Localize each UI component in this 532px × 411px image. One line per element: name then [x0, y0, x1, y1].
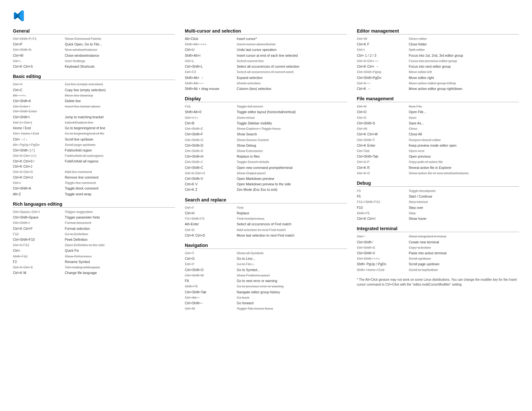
section-integrated-terminal: Integrated terminal Ctrl+`Show integrate… [357, 226, 519, 273]
shortcut-key: Ctrl+Shift+P, F1 [13, 36, 63, 41]
shortcut-desc: Replace in files [237, 154, 347, 159]
table-row: Ctrl+TabOpen next [357, 148, 519, 154]
table-row: Shift+Alt+IInsert cursor at end of each … [185, 53, 347, 58]
shortcut-key: Ctrl+K Ctrl+H [185, 171, 235, 176]
table-row: Ctrl+HReplace [185, 210, 347, 216]
shortcut-desc: Create new terminal [409, 240, 519, 245]
shortcut-key: Ctrl+G [185, 256, 235, 261]
shortcut-desc: Open File... [409, 110, 519, 114]
table-row: Ctrl+Shift+PgDnMove editor right [357, 75, 519, 81]
table-row: Ctrl+Shift+ [ / ]Fold/unfold region [13, 148, 175, 153]
shortcut-key: F9 [357, 189, 407, 193]
shortcut-key: Ctrl+K Ctrl+I [357, 216, 407, 221]
shortcut-key: Ctrl+\ [357, 47, 407, 52]
shortcut-key: Ctrl+K Ctrl+W [357, 132, 407, 137]
shortcut-desc: Move editor right [409, 75, 519, 80]
section-search-replace: Search and replace Ctrl+FFindCtrl+HRepla… [185, 197, 347, 238]
table-row: Ctrl+Shift+VPaste into active terminal [357, 250, 519, 256]
shortcut-key: Ctrl+Shift+ ↑ / ↓ [357, 256, 407, 261]
table-row: Ctrl+K →Move active editor group right/d… [357, 86, 519, 92]
shortcut-key: Ctrl+Enter / Ctrl+Shift+Enter [13, 104, 63, 114]
shortcut-desc: Change file language [65, 270, 175, 275]
shortcut-desc: Open previous [409, 154, 519, 159]
shortcut-desc: Format selection [65, 226, 175, 231]
table-row: F8Go to next error or warning [185, 278, 347, 284]
table-row: Ctrl+ Home / EndGo to beginning/end of f… [13, 131, 175, 136]
shortcut-key: Home / End [13, 126, 63, 131]
table-row: Ctrl+K Ctrl+HShow Output panel [185, 171, 347, 176]
shortcut-desc: Replace [237, 211, 347, 216]
shortcut-key: Ctrl+K P [357, 160, 407, 164]
section-multi-cursor: Multi-cursor and selection Alt+ClickInse… [185, 28, 347, 92]
shortcut-desc: Close All [409, 132, 519, 137]
shortcut-desc: Quick Fix [65, 248, 175, 253]
table-row: Ctrl+Shift+MShow Problems panel [185, 273, 347, 278]
shortcut-desc: Toggle Search details [237, 160, 347, 164]
shortcut-desc: Go to beginning/end of file [65, 131, 175, 136]
table-row: Ctrl+K ←Move active editor group left/up [357, 81, 519, 86]
table-row: Ctrl+WClose window/instance [13, 53, 175, 58]
table-row: Ctrl+Shift+TabNavigate editor group hist… [185, 289, 347, 295]
table-row: Ctrl+Shift+TabOpen previous [357, 154, 519, 159]
shortcut-key: Ctrl+K Enter [357, 143, 407, 148]
table-row: F11 / Shift+F11Step into/out [357, 199, 519, 205]
shortcut-desc: Select all occurrences of Find match [237, 222, 347, 227]
table-row: Ctrl+Shift+XShow Extensions [185, 148, 347, 154]
shortcut-key: Ctrl+ ↑ / ↓ [13, 137, 63, 142]
table-row: F11Toggle full screen [185, 104, 347, 109]
shortcut-desc: Close folder [409, 42, 519, 47]
shortcut-desc: Fold/unfold region [65, 148, 175, 153]
shortcut-key: Shift+F5 [357, 211, 407, 216]
shortcut-desc: Add line comment [65, 170, 175, 174]
table-row: Ctrl+K EnterKeep preview mode editor ope… [357, 143, 519, 148]
shortcut-desc: New File [409, 104, 519, 109]
shortcut-desc: Start / Continue [409, 194, 519, 199]
shortcut-desc: Reopen closed editor [409, 138, 519, 142]
table-row: Ctrl+FFind [185, 205, 347, 210]
table-row: Ctrl+Shift+−Go forward [185, 300, 347, 306]
table-row: Ctrl+NNew File [357, 104, 519, 109]
table-row: Ctrl+Shift+FShow Search [185, 132, 347, 137]
table-row: F2Rename Symbol [13, 259, 175, 265]
shortcut-key: Ctrl+T [185, 251, 235, 256]
shortcut-desc: Focus into 1st, 2nd, 3rd editor group [409, 53, 519, 58]
shortcut-desc: Indent/Outdent line [65, 120, 175, 125]
table-row: Ctrl+TShow all Symbols [185, 250, 347, 256]
shortcut-key: Ctrl+Shift+S [357, 121, 407, 126]
shortcut-key: Ctrl+W [357, 36, 407, 41]
table-row: Ctrl+Shift+COpen new command prompt/term… [185, 165, 347, 171]
shortcut-desc: Toggle Tab moves focus [237, 306, 347, 311]
shortcut-key: F8 [185, 279, 235, 283]
shortcut-key: Ctrl+C [13, 88, 63, 93]
shortcut-desc: Find [237, 205, 347, 210]
shortcut-key: Ctrl+K Ctrl+S [13, 64, 63, 69]
shortcut-key: Alt+Enter [185, 222, 235, 227]
shortcut-desc: User Settings [65, 59, 175, 64]
table-row: Ctrl+ 1 / 2 / 3Focus into 1st, 2nd, 3rd … [357, 53, 519, 58]
shortcut-key: Ctrl+K Ctrl+U [13, 175, 63, 180]
shortcut-key: Shift+F8 [185, 284, 235, 289]
shortcut-desc: Show all Symbols [237, 251, 347, 256]
shortcut-key: Ctrl+Shift+I [13, 220, 63, 225]
table-row: Ctrl+DAdd selection to next Find match [185, 227, 347, 233]
footnote: * The Alt+Click gesture may not work on … [357, 277, 519, 287]
table-row: Ctrl+K FClose folder [357, 42, 519, 47]
shortcut-key: Ctrl+B [185, 121, 235, 126]
shortcut-key: Ctrl+Shift+K [13, 99, 63, 103]
shortcut-desc: Move active editor group right/down [409, 86, 519, 91]
shortcut-key: F3 / Shift+F3 [185, 216, 235, 221]
shortcut-key: Ctrl+W [357, 126, 407, 131]
shortcut-desc: Step into/out [409, 200, 519, 204]
table-row: Ctrl+K MChange file language [13, 270, 175, 276]
navigation-shortcuts: Ctrl+TShow all SymbolsCtrl+GGo to Line..… [185, 250, 347, 311]
shortcut-desc: Format document [65, 220, 175, 225]
table-row: Ctrl+Enter / Ctrl+Shift+EnterInsert line… [13, 104, 175, 114]
shortcut-key: Shift+Alt+ → [185, 75, 235, 80]
table-row: Ctrl+Shift+F10Peek Definition [13, 237, 175, 242]
table-row: Ctrl+K F12Open Definition to the side [13, 242, 175, 248]
shortcut-key: Ctrl+Shift+F [185, 132, 235, 137]
shortcut-desc: Show References [65, 254, 175, 259]
shortcut-key: Shift+ Home / End [357, 268, 407, 272]
table-row: Ctrl+K Ctrl+FFormat selection [13, 226, 175, 231]
shortcut-desc: Show Command Palette [65, 36, 175, 41]
